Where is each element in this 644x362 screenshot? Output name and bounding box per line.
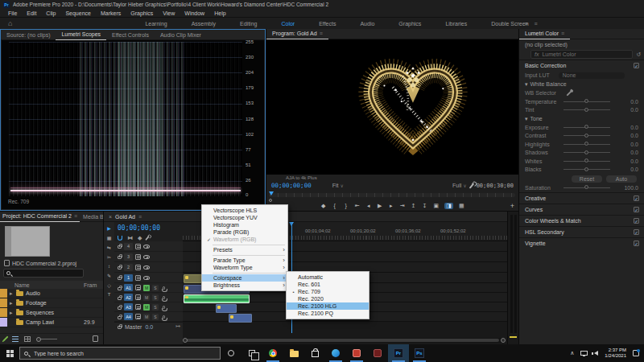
mail-button[interactable] (325, 344, 346, 362)
pen-tool[interactable]: ✎ (107, 273, 111, 278)
lumetri-section-header[interactable]: Curves ✓ (519, 204, 644, 215)
cortana-button[interactable] (221, 344, 242, 362)
track-output-eye-icon[interactable] (143, 255, 150, 259)
voiceover-mic-icon[interactable] (163, 296, 165, 299)
sync-lock-icon[interactable] (135, 265, 141, 270)
sync-lock-icon[interactable] (135, 254, 141, 260)
lumetri-section-header[interactable]: Color Wheels & Match ✓ (519, 215, 644, 226)
linked-selection-icon[interactable]: ⧓ (127, 235, 133, 241)
panel-menu-icon[interactable]: ≡ (561, 31, 564, 36)
workspace-tab[interactable]: Audio (348, 21, 386, 27)
panel-tab[interactable]: Source: (no clips) (1, 30, 56, 40)
notification-center-icon[interactable] (633, 350, 639, 356)
task-view-button[interactable] (242, 344, 262, 362)
submenu-item[interactable]: Automatic (287, 274, 369, 281)
ripple-edit-tool[interactable]: ⇆ (107, 245, 111, 250)
settings-wrench-icon[interactable] (469, 183, 474, 188)
lock-icon[interactable] (118, 277, 122, 280)
project-column-headers[interactable]: Name Fram (0, 281, 103, 289)
zoom-handle-right[interactable] (501, 338, 506, 343)
twirl-icon[interactable]: ▸ (10, 290, 14, 297)
workspace-tab[interactable]: Libraries (433, 21, 479, 27)
section-checkbox[interactable]: ✓ (634, 241, 639, 246)
timeline-timecode[interactable]: 00;00;00;00 (118, 224, 160, 232)
export-frame-button[interactable]: ▣ (433, 203, 439, 209)
mute-button[interactable]: M (143, 294, 150, 301)
twirl-icon[interactable]: ▸ (10, 300, 14, 306)
context-menu-item[interactable]: Histogram (202, 221, 287, 228)
slider-handle[interactable] (584, 99, 588, 103)
audio-track-header[interactable]: A1 M S (114, 283, 183, 293)
file-explorer-button[interactable] (283, 344, 304, 362)
context-menu-item[interactable]: Parade Type › (202, 257, 287, 264)
speaker-icon[interactable] (594, 351, 598, 356)
mark-out-button[interactable]: } (343, 203, 349, 208)
voiceover-mic-icon[interactable] (163, 286, 165, 290)
zoom-handle-left[interactable] (183, 338, 188, 343)
sync-lock-icon[interactable] (135, 275, 141, 281)
program-timecode[interactable]: 00;00;00;00 (271, 182, 312, 189)
section-checkbox[interactable]: ✓ (634, 195, 639, 201)
track-target-box[interactable]: 3 (124, 253, 133, 261)
timeline-settings-icon[interactable] (146, 236, 150, 241)
tone-header[interactable]: ▾Tone (519, 114, 644, 123)
scrollbar-thumb[interactable] (186, 339, 499, 342)
step-back-button[interactable]: ◂ (365, 203, 371, 209)
mute-button[interactable]: M (143, 314, 150, 320)
hand-tool[interactable]: ◇ (107, 282, 111, 288)
lock-icon[interactable] (118, 297, 122, 300)
section-checkbox[interactable]: ✓ (634, 218, 639, 224)
context-menu-item[interactable]: Parade (RGB) (202, 228, 287, 236)
mute-button[interactable]: M (143, 304, 150, 311)
input-lut-select[interactable]: None (559, 72, 625, 79)
track-target-box[interactable]: 4 (124, 243, 133, 250)
audio-track-header[interactable]: A4 M S (114, 312, 183, 322)
taskbar-clock[interactable]: 2:37 PM 1/24/2021 (605, 348, 626, 359)
program-viewer[interactable] (266, 39, 518, 175)
close-icon[interactable]: × (109, 214, 112, 220)
lumetri-effect-pill[interactable]: fx Lumetri Color (530, 50, 633, 59)
waveform-scope-display[interactable] (9, 42, 242, 196)
video-track-header[interactable]: 4 (114, 241, 183, 252)
go-to-in-button[interactable]: ⇤ (354, 203, 360, 209)
hidden-icons-chevron[interactable]: ∧ (570, 350, 574, 356)
workspace-tab[interactable]: Color (269, 21, 307, 27)
extract-button[interactable]: ↧ (422, 203, 427, 209)
button-editor-plus[interactable]: + (510, 202, 514, 210)
slider-handle[interactable] (584, 150, 588, 154)
submenu-item[interactable]: • Rec. 709 (287, 288, 369, 295)
track-output-eye-icon[interactable] (143, 245, 150, 249)
reset-effect-icon[interactable]: ↺ (636, 51, 641, 58)
slider-handle[interactable] (584, 167, 588, 171)
lock-icon[interactable] (118, 256, 122, 259)
app-red-button[interactable] (346, 344, 367, 362)
lock-icon[interactable] (118, 316, 122, 319)
submenu-item[interactable]: Rec. 601 (287, 281, 369, 288)
audio-clip[interactable] (216, 304, 237, 313)
program-playhead[interactable] (269, 191, 274, 195)
basic-correction-header[interactable]: Basic Correction ✓ (519, 60, 644, 71)
master-track-header[interactable]: Master 0.0 ↦ (114, 322, 183, 331)
media-browser-tab[interactable]: Media Bro (80, 212, 103, 222)
context-menu-item[interactable]: Presets › (202, 246, 287, 253)
razor-tool[interactable]: ✂ (107, 254, 111, 260)
mute-button[interactable]: M (143, 285, 150, 291)
add-marker-button[interactable]: ◆ (320, 203, 326, 209)
sequence-tab[interactable]: × Gold Ad ≡ (104, 212, 507, 222)
reset-button[interactable]: Reset (572, 175, 602, 183)
taskbar-search[interactable] (19, 347, 221, 360)
lock-icon[interactable] (118, 326, 122, 329)
premiere-taskbar-button[interactable]: Pr (388, 344, 409, 362)
video-track-header[interactable]: 2 (114, 262, 183, 273)
lumetri-color-tab[interactable]: Lumetri Color ≡ (519, 29, 570, 39)
context-menu-item[interactable]: Waveform Type › (202, 264, 287, 271)
icon-view-icon[interactable] (24, 336, 31, 342)
track-target-box[interactable]: A1 (124, 284, 133, 291)
menu-item[interactable]: Help (209, 10, 230, 16)
label-color-chip[interactable] (0, 298, 7, 307)
lumetri-section-header[interactable]: HSL Secondary ✓ (519, 226, 644, 237)
track-target-box[interactable]: 2 (124, 264, 133, 271)
add-marker-icon[interactable]: ◆ (138, 235, 142, 241)
workspace-tab[interactable]: Editing (228, 21, 269, 27)
menu-item[interactable]: Sequence (60, 10, 96, 16)
